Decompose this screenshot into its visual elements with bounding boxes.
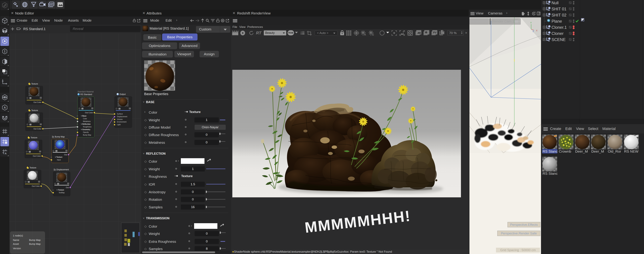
svg-text:Z: Z (533, 30, 534, 33)
svg-text:Y: Y (530, 22, 532, 24)
svg-text:SHIT 02: SHIT 02 (552, 13, 566, 17)
svg-text:X: X (536, 30, 538, 32)
svg-text:A: A (5, 152, 7, 155)
svg-text:AOV: AOV (50, 3, 54, 6)
svg-text:A: A (364, 33, 366, 36)
svg-text:Cloner: Cloner (552, 31, 564, 36)
svg-text:A: A (4, 106, 6, 109)
svg-text:Cloner.1: Cloner.1 (552, 25, 567, 30)
svg-text:Plane: Plane (552, 19, 562, 24)
svg-text:G: G (372, 33, 374, 36)
svg-text:SHIT 01: SHIT 01 (552, 7, 566, 11)
svg-text:Null: Null (552, 1, 558, 5)
svg-text:SCENE: SCENE (552, 37, 566, 42)
svg-text:PV: PV (433, 31, 436, 34)
